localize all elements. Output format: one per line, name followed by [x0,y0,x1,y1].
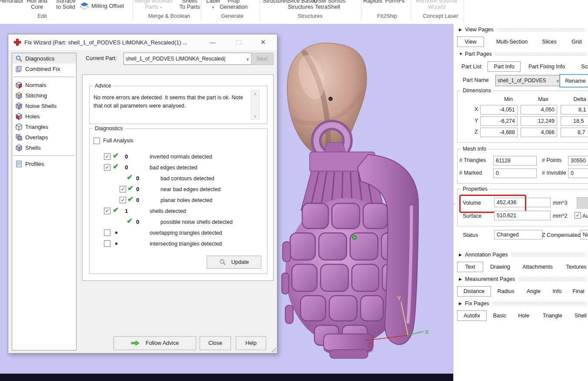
check-ok-icon: ✔ [113,152,119,159]
dim-z-min: -4,688 [480,128,518,137]
tab-multi-section[interactable]: Multi-Section [491,37,533,47]
tab-hole[interactable]: Hole [514,311,533,320]
sidebar-item-stitching[interactable]: Stitching [12,90,76,101]
ribbon-item-milling-offset[interactable]: Milling Offset [91,3,124,9]
panel-splitter-handle[interactable]: ‹ [454,198,457,209]
ribbon-group-generate: Generate [215,13,250,19]
section-fix-pages[interactable]: ▶ Fix Pages [459,300,586,307]
ribbon-item-structures[interactable]: Structures [263,0,288,4]
status-value: Changed [494,230,543,239]
diag-checkbox[interactable]: ✓ [104,164,110,171]
tab-radius[interactable]: Radius [494,287,517,296]
sidebar-item-normals[interactable]: Normals [12,80,76,90]
part-name-dropdown[interactable]: shell_1_of_PODVES ∨ [495,75,561,86]
tab-view[interactable]: View [457,37,484,47]
ribbon-separator [464,0,464,21]
ribbon-item-remove-volume-wizard[interactable]: Remove VolumeWizard [412,0,461,10]
ribbon-separator [411,0,411,21]
minimize-button[interactable]: — [207,37,218,47]
next-button[interactable]: Next [251,53,274,65]
bullet-dot-icon [115,232,117,234]
full-analysis-checkbox[interactable] [94,138,100,144]
sidebar-item-triangles[interactable]: Triangles [12,121,76,132]
section-measurement-pages[interactable]: ▶ Measurement Pages [459,276,586,283]
tab-info[interactable]: Info [549,287,565,296]
sidebar-item-holes[interactable]: Holes [12,111,76,121]
ribbon-item-slice-based-structures[interactable]: Slice BasedStructures [287,0,314,10]
tab-distance[interactable]: Distance [457,286,491,297]
tab-text[interactable]: Text [457,262,483,272]
ribbon-separator [361,0,361,21]
point-marker-dark[interactable] [329,97,332,101]
sidebar-item-diagnostics[interactable]: Diagnostics [12,53,76,64]
diag-checkbox[interactable] [104,240,110,247]
ribbon-item-rapidfit[interactable]: Rapidfit [363,0,383,4]
tab-grid[interactable]: Grid [568,37,586,47]
ribbon-item-hull-and-core[interactable]: Hull andCore [25,0,49,10]
scroll-up-icon[interactable]: ∧ [251,91,259,96]
auto-label: Au [582,213,588,219]
current-part-dropdown[interactable]: shell_1_of_PODVES LIMONKA_Rescaled( ∨ [124,53,251,65]
follow-advice-button[interactable]: Follow Advice [114,336,196,350]
tab-attachments[interactable]: Attachments [519,262,556,272]
tab-scenes[interactable]: Sce [577,62,588,71]
section-view-pages[interactable]: ▶ View Pages [459,26,586,33]
tab-part-info[interactable]: Part Info [488,61,521,72]
sidebar-item-overlaps[interactable]: Overlaps [12,132,76,142]
tab-shell[interactable]: Shell [571,311,588,320]
magnifier-icon [15,55,23,62]
section-part-pages[interactable]: ▼ Part Pages [459,51,586,57]
tab-triangle[interactable]: Triangle [539,311,566,320]
full-analysis-label: Full Analysis [103,138,133,144]
tab-textures[interactable]: Textures [561,262,588,272]
ribbon-item-merge-boolean-parts[interactable]: Merge Boolean Parts ▾ [133,0,174,10]
tab-part-list[interactable]: Part List [457,62,486,71]
close-button[interactable]: Close [200,336,231,350]
ribbon-item-shells-to-parts[interactable]: ShellsTo Parts [177,0,203,10]
tab-angle[interactable]: Angle [523,287,544,296]
cube-stitching-icon [15,92,23,99]
diag-label: near bad edges detected [160,186,220,192]
tab-autofix[interactable]: Autofix [457,310,487,321]
ribbon-item-prop-generation[interactable]: PropGeneration [220,0,247,10]
diag-checkbox[interactable]: ✓ [104,208,110,214]
close-window-button[interactable]: ✕ [257,37,269,47]
diag-checkbox[interactable]: ✓ [120,197,126,203]
diag-checkbox[interactable]: ✓ [104,153,110,160]
auto-checkbox[interactable]: ✓ [575,212,581,219]
scroll-down-icon[interactable]: ∨ [251,114,259,118]
dim-x-min: -4,051 [480,105,518,115]
tab-drawing[interactable]: Drawing [487,262,514,272]
tab-final[interactable]: Final [569,287,588,296]
axis-x-label: X [425,329,429,335]
resize-grip[interactable] [270,346,276,352]
ribbon-group-fit2ship: Fit2Ship [370,13,404,19]
tab-basic[interactable]: Basic [490,311,509,320]
help-button[interactable]: Help [236,336,266,350]
chevron-right-icon: ▶ [459,277,465,281]
ribbon-item-surface-to-solid[interactable]: Surfaceto Solid [53,0,78,10]
diag-checkbox[interactable]: ✓ [120,186,126,192]
maximize-button[interactable] [236,40,241,45]
surface-unit: mm^2 [553,213,568,219]
diag-checkbox[interactable] [104,229,110,236]
sidebar-item-noise-shells[interactable]: Noise Shells [12,101,76,111]
sidebar-item-combined-fix[interactable]: Combined Fix [12,64,76,74]
tab-part-fixing-info[interactable]: Part Fixing Info [523,62,570,71]
update-button[interactable]: Update [207,256,261,269]
advice-scrollbar[interactable]: ∧ ∨ [251,90,260,120]
ribbon-item-perforator[interactable]: Perforator [0,0,27,4]
rename-button[interactable]: Rename [559,74,588,88]
point-marker-green[interactable] [353,236,357,239]
sidebar-item-profiles[interactable]: Profiles [12,158,76,169]
document-icon [15,160,23,168]
triangles-value: 61128 [493,156,537,165]
sidebar-item-shells[interactable]: Shells [12,142,76,153]
section-annotation-pages[interactable]: ▶ Annotation Pages [459,251,586,258]
ribbon-item-formfit[interactable]: FormFit [384,0,405,4]
unit-update-button[interactable]: U [577,197,588,209]
properties-groupbox: Properties [457,189,588,226]
section-dotted-fill [492,302,586,306]
ribbon-item-dsm-somos-tetrashell[interactable]: DSM SomosTetraShell [314,0,341,10]
tab-slices[interactable]: Slices [537,37,561,47]
